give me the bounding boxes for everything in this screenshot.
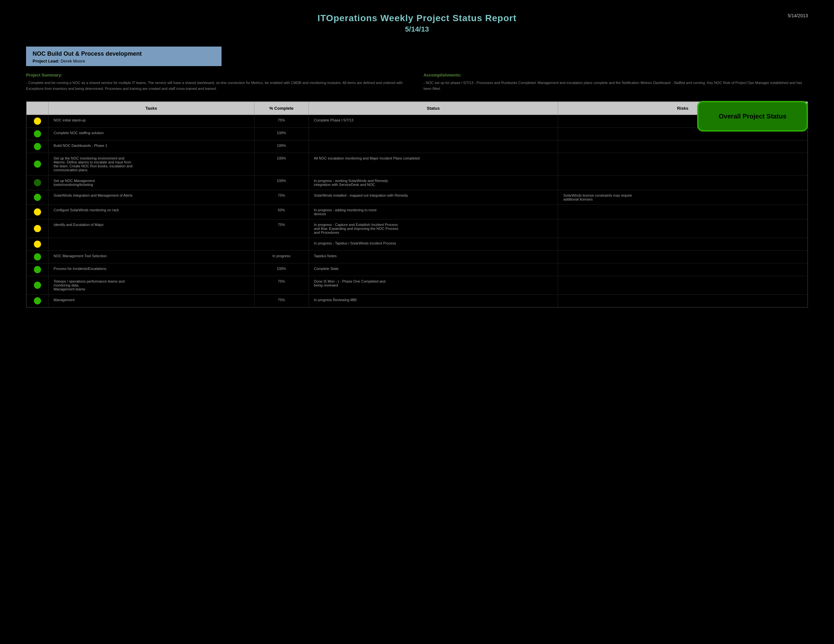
- complete-cell: [254, 238, 309, 251]
- status-cell: In progress Reviewing MBI: [309, 295, 558, 307]
- left-section-header: Project Summary:: [26, 73, 411, 77]
- col-status-header: Status: [309, 102, 558, 115]
- indicator-cell: [27, 128, 48, 140]
- risks-cell: SolarWinds license constraints may requi…: [558, 190, 808, 205]
- status-cell: Done (5 Mon - ) - Phase One Completed an…: [309, 276, 558, 295]
- task-cell: NOC Management Tool Selection: [48, 251, 254, 263]
- complete-cell: In progress: [254, 251, 309, 263]
- indicator-cell: [27, 153, 48, 176]
- indicator-cell: [27, 251, 48, 263]
- status-cell: In progress - Tapidus / SolarWinds Incid…: [309, 238, 558, 251]
- risks-cell: [558, 153, 808, 176]
- col-complete-header: % Complete: [254, 102, 309, 115]
- col-indicator-header: [27, 102, 48, 115]
- table-row: Process for Incidents/Escalations100%Com…: [27, 263, 808, 276]
- status-dot: [34, 297, 41, 304]
- risks-cell: [558, 238, 808, 251]
- left-section: Project Summary: - Complete and be runni…: [26, 73, 411, 92]
- status-dot: [34, 208, 41, 216]
- task-cell: Management: [48, 295, 254, 307]
- task-cell: Configure SolarWinds monitoring on rack: [48, 205, 254, 220]
- task-cell: [48, 238, 254, 251]
- task-cell: Identify and Escalation of Major: [48, 220, 254, 238]
- task-cell: NOC initial stand-up: [48, 115, 254, 128]
- project-lead: Project Lead: Derek Moore: [32, 59, 215, 63]
- task-cell: Set up the NOC monitoring environment an…: [48, 153, 254, 176]
- table-row: Set up the NOC monitoring environment an…: [27, 153, 808, 176]
- status-cell: Complete Phase I 5/7/13: [309, 115, 558, 128]
- status-cell: In progress - adding monitoring to more …: [309, 205, 558, 220]
- content-area: Project Summary: - Complete and be runni…: [26, 73, 808, 92]
- status-dot: [34, 253, 41, 260]
- right-section: Accomplishments: - NOC set up for phase …: [423, 73, 808, 92]
- tasks-table-container: Tasks % Complete Status Risks NOC initia…: [26, 101, 808, 308]
- right-section-text: - NOC set up for phase I 5/7/13 - Proces…: [423, 80, 808, 92]
- status-dot: [34, 179, 41, 186]
- task-cell: Complete NOC staffing solution: [48, 128, 254, 140]
- status-cell: In progress - Capture and Establish Inci…: [309, 220, 558, 238]
- header-date: 5/14/2013: [788, 13, 808, 18]
- status-dot: [34, 130, 41, 137]
- table-row: NOC Management Tool SelectionIn progress…: [27, 251, 808, 263]
- left-section-text: - Complete and be running a NOC as a sha…: [26, 80, 411, 92]
- status-dot: [34, 240, 41, 248]
- risks-cell: [558, 140, 808, 153]
- status-dot: [34, 225, 41, 232]
- status-dot: [34, 282, 41, 289]
- complete-cell: 75%: [254, 295, 309, 307]
- table-row: Complete NOC staffing solution100%: [27, 128, 808, 140]
- status-dot: [34, 266, 41, 273]
- risks-cell: [558, 205, 808, 220]
- indicator-cell: [27, 220, 48, 238]
- overall-status-label: Overall Project Status: [711, 112, 794, 121]
- project-banner: NOC Build Out & Process development Proj…: [26, 47, 221, 66]
- table-row: In progress - Tapidus / SolarWinds Incid…: [27, 238, 808, 251]
- task-cell: Teleops / operations performance teams a…: [48, 276, 254, 295]
- risks-cell: [558, 276, 808, 295]
- complete-cell: 50%: [254, 205, 309, 220]
- page-subtitle: 5/14/13: [26, 25, 808, 34]
- complete-cell: 100%: [254, 176, 309, 190]
- complete-cell: 100%: [254, 153, 309, 176]
- risks-cell: [558, 251, 808, 263]
- table-row: SolarWinds integration and Management of…: [27, 190, 808, 205]
- complete-cell: 75%: [254, 115, 309, 128]
- table-row: Management75%In progress Reviewing MBI: [27, 295, 808, 307]
- status-dot: [34, 160, 41, 168]
- table-row: Identify and Escalation of Major75%In pr…: [27, 220, 808, 238]
- status-dot: [34, 143, 41, 150]
- status-cell: Complete State: [309, 263, 558, 276]
- complete-cell: 75%: [254, 220, 309, 238]
- right-section-header: Accomplishments:: [423, 73, 808, 77]
- indicator-cell: [27, 205, 48, 220]
- tasks-table: Tasks % Complete Status Risks NOC initia…: [26, 102, 808, 307]
- risks-cell: [558, 263, 808, 276]
- status-cell: Tapidus Notes: [309, 251, 558, 263]
- status-dot: [34, 118, 41, 125]
- indicator-cell: [27, 176, 48, 190]
- risks-cell: [558, 220, 808, 238]
- table-row: Set up NOC Management tools/monitoring/t…: [27, 176, 808, 190]
- risks-cell: [558, 176, 808, 190]
- complete-cell: 100%: [254, 128, 309, 140]
- task-cell: Set up NOC Management tools/monitoring/t…: [48, 176, 254, 190]
- table-row: Teleops / operations performance teams a…: [27, 276, 808, 295]
- status-cell: SolarWinds installed - mapped out integr…: [309, 190, 558, 205]
- task-cell: Process for Incidents/Escalations: [48, 263, 254, 276]
- status-cell: [309, 128, 558, 140]
- status-cell: In progress - working SolarWinds and Rem…: [309, 176, 558, 190]
- task-cell: Build NOC Dashboards - Phase 1: [48, 140, 254, 153]
- complete-cell: 75%: [254, 276, 309, 295]
- table-row: Configure SolarWinds monitoring on rack5…: [27, 205, 808, 220]
- col-tasks-header: Tasks: [48, 102, 254, 115]
- indicator-cell: [27, 190, 48, 205]
- status-cell: [309, 140, 558, 153]
- overall-status-box: Overall Project Status: [697, 101, 808, 132]
- table-header-row: Tasks % Complete Status Risks: [27, 102, 808, 115]
- table-row: NOC initial stand-up75%Complete Phase I …: [27, 115, 808, 128]
- indicator-cell: [27, 276, 48, 295]
- complete-cell: 100%: [254, 263, 309, 276]
- page-title: ITOperations Weekly Project Status Repor…: [26, 13, 808, 23]
- complete-cell: 100%: [254, 140, 309, 153]
- project-name: NOC Build Out & Process development: [32, 50, 215, 57]
